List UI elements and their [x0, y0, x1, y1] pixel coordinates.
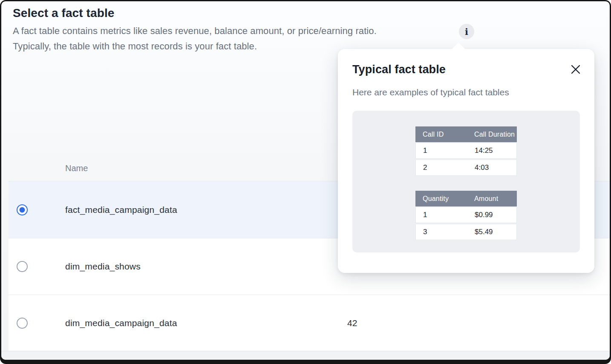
radio-unselected[interactable] [17, 318, 28, 329]
row-name: fact_media_campaign_data [65, 205, 177, 215]
close-icon-glyph [571, 64, 581, 75]
close-icon[interactable] [569, 63, 582, 76]
cell: $0.99 [467, 207, 516, 223]
cell: 14:25 [467, 143, 516, 158]
example-table-row: 1 14:25 [415, 143, 517, 159]
radio-selected[interactable] [17, 204, 28, 215]
popover-body: Typical fact table Here are examples of … [338, 49, 594, 273]
page-description-line-2: Typically, the table with the most recor… [13, 41, 257, 52]
header-cell: Call Duration [467, 126, 517, 142]
header-cell: Amount [467, 191, 517, 206]
page-title: Select a fact table [13, 6, 114, 20]
example-table-header: Call ID Call Duration [415, 126, 517, 142]
cell: 3 [416, 224, 467, 240]
name-column-header: Name [9, 163, 88, 173]
example-table-row: 1 $0.99 [415, 207, 517, 223]
row-records-value: 42 [347, 318, 357, 328]
row-name: dim_media_campaign_data [65, 318, 177, 328]
table-row-dim-media-campaign-data[interactable]: dim_media_campaign_data 42 [9, 295, 610, 351]
cell: 2 [416, 160, 467, 175]
example-table-header: Quantity Amount [415, 191, 517, 206]
page-description-line-1: A fact table contains metrics like sales… [13, 26, 377, 37]
popover-title: Typical fact table [352, 63, 580, 76]
window-frame: Select a fact table A fact table contain… [0, 0, 611, 364]
example-table-orders: Quantity Amount 1 $0.99 3 $5.49 [415, 191, 517, 240]
row-name: dim_media_shows [65, 261, 141, 272]
info-icon-glyph: i [465, 27, 468, 36]
example-table-row: 2 4:03 [415, 160, 517, 176]
typical-fact-table-popover: Typical fact table Here are examples of … [338, 49, 594, 273]
cell: 1 [416, 207, 467, 223]
header-cell: Call ID [415, 126, 467, 142]
select-fact-table-page: Select a fact table A fact table contain… [1, 1, 610, 360]
cell: 4:03 [467, 160, 516, 175]
header-cell: Quantity [415, 191, 467, 206]
cell: 1 [416, 143, 467, 158]
examples-panel: Call ID Call Duration 1 14:25 2 4:03 [352, 111, 580, 252]
footer-strip [1, 351, 610, 360]
cell: $5.49 [467, 224, 516, 240]
radio-unselected[interactable] [17, 261, 28, 272]
info-icon[interactable]: i [459, 24, 474, 39]
example-table-row: 3 $5.49 [415, 224, 517, 240]
example-table-calls: Call ID Call Duration 1 14:25 2 4:03 [415, 126, 517, 176]
popover-subtitle: Here are examples of typical fact tables [352, 87, 580, 97]
